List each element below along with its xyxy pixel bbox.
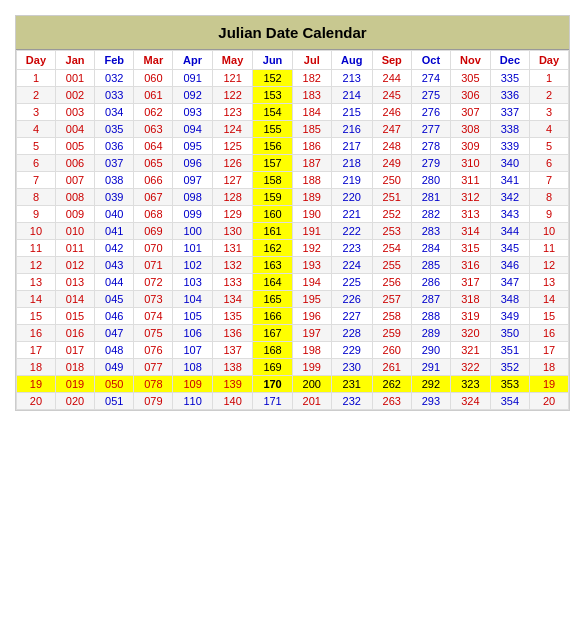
month-value: 191: [292, 223, 331, 240]
month-value: 280: [411, 172, 450, 189]
month-value: 073: [134, 291, 173, 308]
month-value: 344: [490, 223, 529, 240]
day-number-left: 9: [17, 206, 56, 223]
month-value: 251: [372, 189, 411, 206]
month-value: 246: [372, 104, 411, 121]
month-value: 347: [490, 274, 529, 291]
month-value: 129: [212, 206, 253, 223]
month-value: 167: [253, 325, 292, 342]
month-value: 077: [134, 359, 173, 376]
month-value: 105: [173, 308, 212, 325]
month-value: 287: [411, 291, 450, 308]
day-number-right: 9: [530, 206, 569, 223]
month-value: 232: [331, 393, 372, 410]
col-dec: Dec: [490, 51, 529, 70]
month-value: 354: [490, 393, 529, 410]
month-value: 099: [173, 206, 212, 223]
table-row: 1901905007810913917020023126229232335319: [17, 376, 569, 393]
month-value: 127: [212, 172, 253, 189]
month-value: 224: [331, 257, 372, 274]
month-value: 064: [134, 138, 173, 155]
header-row: Day Jan Feb Mar Apr May Jun Jul Aug Sep …: [17, 51, 569, 70]
month-value: 188: [292, 172, 331, 189]
day-number-left: 12: [17, 257, 56, 274]
month-value: 284: [411, 240, 450, 257]
month-value: 076: [134, 342, 173, 359]
month-value: 036: [95, 138, 134, 155]
month-value: 223: [331, 240, 372, 257]
month-value: 103: [173, 274, 212, 291]
calendar-table: Day Jan Feb Mar Apr May Jun Jul Aug Sep …: [16, 50, 569, 410]
month-value: 130: [212, 223, 253, 240]
month-value: 074: [134, 308, 173, 325]
month-value: 110: [173, 393, 212, 410]
day-number-left: 4: [17, 121, 56, 138]
month-value: 192: [292, 240, 331, 257]
day-number-right: 3: [530, 104, 569, 121]
month-value: 164: [253, 274, 292, 291]
month-value: 194: [292, 274, 331, 291]
col-aug: Aug: [331, 51, 372, 70]
month-value: 305: [451, 70, 491, 87]
month-value: 013: [55, 274, 94, 291]
table-row: 1801804907710813816919923026129132235218: [17, 359, 569, 376]
month-value: 135: [212, 308, 253, 325]
month-value: 285: [411, 257, 450, 274]
month-value: 309: [451, 138, 491, 155]
table-row: 1301304407210313316419422525628631734713: [17, 274, 569, 291]
month-value: 152: [253, 70, 292, 87]
month-value: 221: [331, 206, 372, 223]
table-row: 1201204307110213216319322425528531634612: [17, 257, 569, 274]
month-value: 131: [212, 240, 253, 257]
month-value: 310: [451, 155, 491, 172]
month-value: 102: [173, 257, 212, 274]
month-value: 079: [134, 393, 173, 410]
month-value: 247: [372, 121, 411, 138]
table-row: 20020330610921221531832142452753063362: [17, 87, 569, 104]
month-value: 002: [55, 87, 94, 104]
month-value: 183: [292, 87, 331, 104]
month-value: 228: [331, 325, 372, 342]
month-value: 049: [95, 359, 134, 376]
col-may: May: [212, 51, 253, 70]
month-value: 094: [173, 121, 212, 138]
month-value: 215: [331, 104, 372, 121]
month-value: 281: [411, 189, 450, 206]
month-value: 283: [411, 223, 450, 240]
month-value: 160: [253, 206, 292, 223]
calendar-body: 1001032060091121152182213244274305335120…: [17, 70, 569, 410]
month-value: 044: [95, 274, 134, 291]
month-value: 009: [55, 206, 94, 223]
month-value: 062: [134, 104, 173, 121]
month-value: 070: [134, 240, 173, 257]
month-value: 092: [173, 87, 212, 104]
month-value: 123: [212, 104, 253, 121]
month-value: 069: [134, 223, 173, 240]
month-value: 217: [331, 138, 372, 155]
month-value: 307: [451, 104, 491, 121]
month-value: 066: [134, 172, 173, 189]
month-value: 158: [253, 172, 292, 189]
month-value: 186: [292, 138, 331, 155]
day-number-left: 14: [17, 291, 56, 308]
month-value: 292: [411, 376, 450, 393]
day-number-right: 15: [530, 308, 569, 325]
month-value: 071: [134, 257, 173, 274]
month-value: 047: [95, 325, 134, 342]
calendar-title: Julian Date Calendar: [16, 16, 569, 50]
month-value: 319: [451, 308, 491, 325]
month-value: 128: [212, 189, 253, 206]
month-value: 051: [95, 393, 134, 410]
table-row: 50050360640951251561862172482783093395: [17, 138, 569, 155]
month-value: 078: [134, 376, 173, 393]
month-value: 195: [292, 291, 331, 308]
col-day-right: Day: [530, 51, 569, 70]
month-value: 230: [331, 359, 372, 376]
day-number-right: 16: [530, 325, 569, 342]
month-value: 065: [134, 155, 173, 172]
month-value: 100: [173, 223, 212, 240]
month-value: 068: [134, 206, 173, 223]
day-number-left: 3: [17, 104, 56, 121]
month-value: 229: [331, 342, 372, 359]
month-value: 182: [292, 70, 331, 87]
